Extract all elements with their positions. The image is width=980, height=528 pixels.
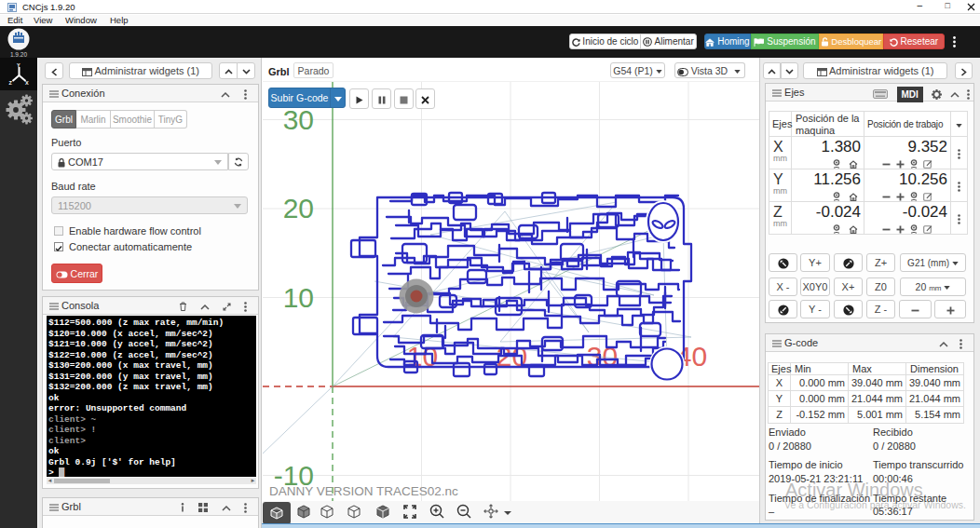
svg-text:10: 10 [283, 282, 314, 313]
svg-text:Z: Z [9, 80, 13, 86]
svg-text:30: 30 [283, 104, 314, 135]
svg-text:20: 20 [283, 193, 314, 223]
svg-text:DANNY VERSION TRACES02.nc: DANNY VERSION TRACES02.nc [269, 484, 458, 498]
svg-text:X: X [25, 80, 29, 86]
svg-text:Y: Y [17, 62, 20, 68]
